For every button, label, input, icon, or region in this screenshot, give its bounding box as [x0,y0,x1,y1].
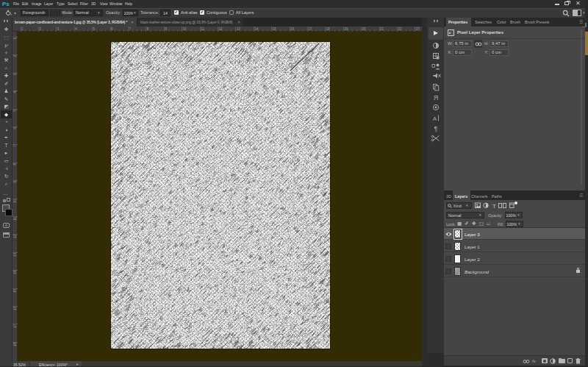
svg-text:A: A [433,115,437,122]
svg-text:¶: ¶ [434,125,438,132]
svg-text:Я: Я [434,94,439,101]
svg-text:T: T [492,203,496,210]
